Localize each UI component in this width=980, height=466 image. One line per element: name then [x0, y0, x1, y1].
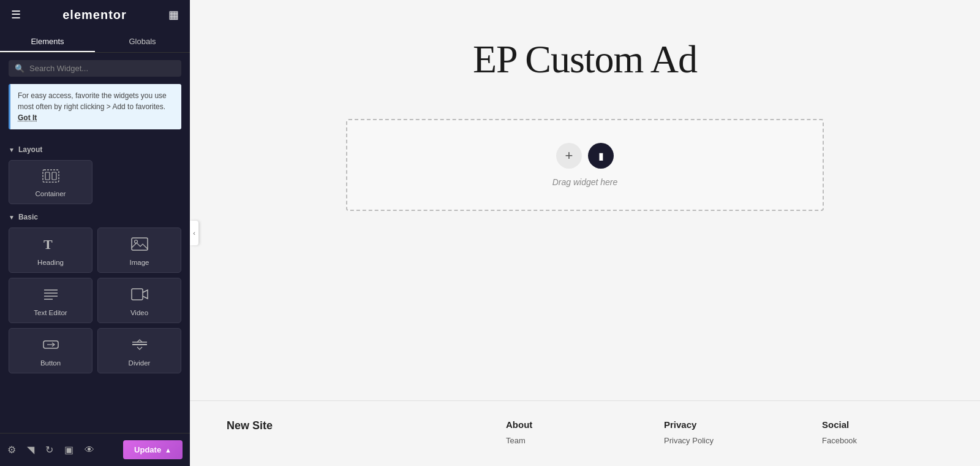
footer-brand: New Site	[227, 419, 469, 448]
bottom-icons-group: ⚙ ◥ ↻ ▣ 👁	[7, 444, 94, 456]
svg-rect-4	[132, 238, 148, 250]
template-button[interactable]: ▮	[588, 143, 614, 169]
widget-image-label: Image	[130, 259, 149, 266]
search-input[interactable]	[29, 64, 175, 73]
update-label: Update	[134, 445, 161, 454]
svg-rect-10	[132, 289, 143, 300]
widget-button-label: Button	[40, 359, 61, 367]
svg-text:T: T	[43, 237, 53, 251]
history-icon[interactable]: ↻	[45, 444, 53, 456]
settings-icon[interactable]: ⚙	[7, 444, 16, 456]
widget-video-label: Video	[130, 309, 148, 316]
widget-divider-label: Divider	[129, 359, 151, 367]
add-widget-button[interactable]: +	[556, 143, 582, 169]
sidebar-tabs: Elements Globals	[0, 29, 190, 53]
update-button[interactable]: Update ▲	[123, 440, 183, 459]
image-icon	[131, 237, 148, 254]
layout-widget-grid: Container	[9, 160, 181, 204]
section-layout-label[interactable]: ▼ Layout	[9, 145, 181, 154]
widget-text-editor-label: Text Editor	[34, 309, 67, 316]
sidebar-bottom-toolbar: ⚙ ◥ ↻ ▣ 👁 Update ▲	[0, 433, 190, 466]
update-chevron-icon: ▲	[165, 446, 172, 454]
drop-zone-label: Drag widget here	[552, 177, 618, 187]
widget-divider[interactable]: Divider	[97, 328, 181, 373]
tab-globals[interactable]: Globals	[95, 29, 190, 52]
button-icon	[42, 337, 59, 354]
video-icon	[131, 287, 148, 304]
svg-rect-2	[52, 172, 56, 180]
layers-icon[interactable]: ◥	[27, 444, 34, 456]
got-it-link[interactable]: Got It	[18, 113, 37, 122]
divider-icon	[131, 337, 148, 354]
navigator-icon[interactable]: ▣	[64, 444, 74, 456]
drop-zone[interactable]: + ▮ Drag widget here	[346, 119, 824, 211]
tab-elements[interactable]: Elements	[0, 29, 95, 52]
tip-text: For easy access, favorite the widgets yo…	[18, 91, 167, 111]
heading-icon: T	[42, 237, 59, 254]
hamburger-icon[interactable]: ☰	[11, 8, 21, 21]
sidebar: ☰ elementor ▦ Elements Globals 🔍 For eas…	[0, 0, 190, 466]
drop-zone-buttons: + ▮	[556, 143, 614, 169]
section-layout-arrow: ▼	[9, 147, 15, 153]
widget-image[interactable]: Image	[97, 227, 181, 273]
container-icon	[42, 169, 59, 185]
widget-heading[interactable]: T Heading	[9, 227, 92, 273]
preview-icon[interactable]: 👁	[85, 445, 94, 456]
widget-video[interactable]: Video	[97, 278, 181, 323]
basic-widget-grid: T Heading Image	[9, 227, 181, 373]
widgets-panel: ▼ Layout Container ▼ Basic	[0, 137, 190, 466]
widget-button[interactable]: Button	[9, 328, 92, 373]
page-title: EP Custom Ad	[473, 37, 697, 82]
canvas-inner: EP Custom Ad + ▮ Drag widget here New Si…	[190, 0, 980, 466]
sidebar-header: ☰ elementor ▦	[0, 0, 190, 29]
elementor-logo: elementor	[62, 8, 127, 22]
sidebar-collapse-handle[interactable]: ‹	[190, 221, 198, 245]
footer-col-privacy: Privacy Privacy Policy	[664, 419, 785, 448]
widget-container-label: Container	[36, 190, 66, 197]
footer-col-social-title: Social	[822, 419, 943, 430]
widget-text-editor[interactable]: Text Editor	[9, 278, 92, 323]
page-content: EP Custom Ad + ▮ Drag widget here	[190, 0, 980, 400]
widget-container[interactable]: Container	[9, 160, 92, 204]
svg-rect-1	[45, 172, 50, 180]
section-basic-label[interactable]: ▼ Basic	[9, 213, 181, 221]
footer-privacy-policy: Privacy Policy	[664, 436, 785, 445]
svg-point-5	[134, 240, 137, 243]
section-basic-text: Basic	[18, 213, 38, 221]
text-editor-icon	[42, 287, 59, 304]
widget-heading-label: Heading	[37, 259, 64, 266]
footer-social-facebook: Facebook	[822, 436, 943, 445]
footer-about-team: Team	[506, 436, 627, 445]
footer-col-about-title: About	[506, 419, 627, 430]
widget-search-area: 🔍	[0, 53, 190, 84]
tip-banner: For easy access, favorite the widgets yo…	[9, 84, 181, 129]
section-basic-arrow: ▼	[9, 214, 15, 221]
footer-col-privacy-title: Privacy	[664, 419, 785, 430]
page-footer: New Site About Team Privacy Privacy Poli…	[190, 400, 980, 466]
grid-icon[interactable]: ▦	[168, 8, 179, 21]
search-input-wrap: 🔍	[9, 60, 181, 77]
search-icon: 🔍	[15, 64, 24, 73]
section-layout-text: Layout	[18, 145, 42, 154]
canvas: EP Custom Ad + ▮ Drag widget here New Si…	[190, 0, 980, 466]
footer-col-about: About Team	[506, 419, 627, 448]
footer-col-social: Social Facebook	[822, 419, 943, 448]
